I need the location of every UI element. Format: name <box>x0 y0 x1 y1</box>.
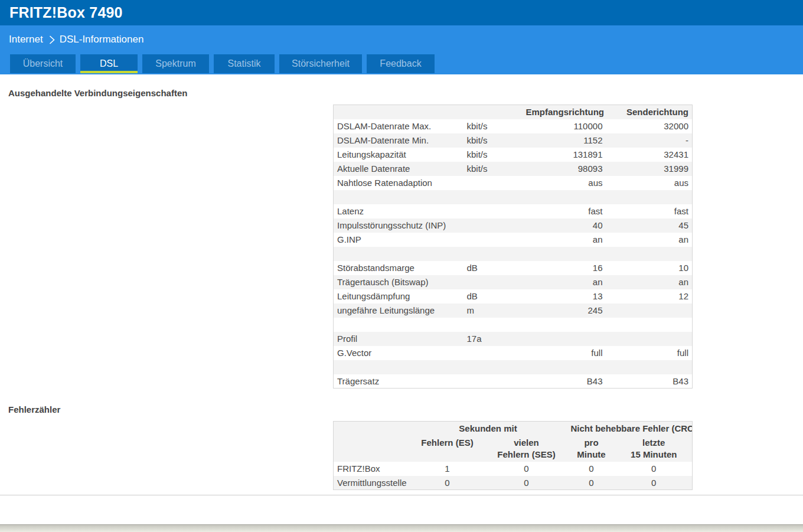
property-row: Aktuelle Datenratekbit/s9809331999 <box>334 162 693 176</box>
error-es-value: 0 <box>409 476 486 490</box>
breadcrumb-chevron-icon <box>48 35 56 45</box>
property-row: StörabstandsmargedB1610 <box>334 261 693 275</box>
property-tx-value: an <box>606 233 693 247</box>
properties-header-row: Empfangsrichtung Senderichtung <box>334 105 693 119</box>
error-header-empty <box>334 436 409 462</box>
property-tx-value: 12 <box>606 289 693 303</box>
tab-feedback[interactable]: Feedback <box>367 54 435 73</box>
properties-header-empty-1 <box>334 105 463 119</box>
error-row-label: Vermittlungsstelle <box>334 476 409 490</box>
property-tx-value: 31999 <box>606 162 693 176</box>
property-label: Trägersatz <box>334 374 463 389</box>
error-row-label: FRITZ!Box <box>334 462 409 476</box>
properties-header-rx: Empfangsrichtung <box>523 105 606 119</box>
property-label: G.INP <box>334 233 463 247</box>
property-tx-value: B43 <box>606 374 693 389</box>
property-label: DSLAM-Datenrate Max. <box>334 119 463 133</box>
footer-bar <box>0 524 803 532</box>
property-rx-value: an <box>523 233 606 247</box>
property-rx-value: an <box>523 275 606 289</box>
property-tx-value: 45 <box>606 218 693 233</box>
error-column-per-minute: pro Minute <box>567 436 616 462</box>
error-last-15-min-value: 0 <box>616 476 693 490</box>
property-rx-value: B43 <box>523 374 606 389</box>
property-unit: kbit/s <box>463 148 523 162</box>
property-row: Latenzfastfast <box>334 204 693 218</box>
error-table: Sekunden mit Nicht behebbare Fehler (CRC… <box>333 421 693 490</box>
property-label: Profil <box>334 332 463 346</box>
property-rx-value: 98093 <box>523 162 606 176</box>
property-row: LeitungsdämpfungdB1312 <box>334 289 693 303</box>
property-unit: dB <box>463 261 523 275</box>
property-row: DSLAM-Datenrate Min.kbit/s1152- <box>334 133 693 148</box>
properties-header-empty-2 <box>463 105 523 119</box>
property-rx-value: fast <box>523 204 606 218</box>
error-header-empty <box>334 422 409 436</box>
property-unit: kbit/s <box>463 119 523 133</box>
error-ses-value: 0 <box>486 476 567 490</box>
property-rx-value: 131891 <box>523 148 606 162</box>
error-per-minute-value: 0 <box>567 476 616 490</box>
tab-stoersicherheit[interactable]: Störsicherheit <box>279 54 362 73</box>
property-label: Trägertausch (Bitswap) <box>334 275 463 289</box>
error-per-minute-value: 0 <box>567 462 616 476</box>
property-tx-value: aus <box>606 176 693 190</box>
property-row: TrägersatzB43B43 <box>334 374 693 389</box>
error-column-last-15-min: letzte 15 Minuten <box>616 436 693 462</box>
property-label: Latenz <box>334 204 463 218</box>
app-title: FRITZ!Box 7490 <box>9 4 123 21</box>
property-row-spacer <box>334 318 693 332</box>
property-unit <box>463 204 523 218</box>
property-tx-value: 10 <box>606 261 693 275</box>
property-rx-value: aus <box>523 176 606 190</box>
property-row: Profil17a <box>334 332 693 346</box>
property-unit: kbit/s <box>463 162 523 176</box>
property-tx-value: fast <box>606 204 693 218</box>
property-row-spacer <box>334 190 693 204</box>
property-row: G.INPanan <box>334 233 693 247</box>
property-row: Trägertausch (Bitswap)anan <box>334 275 693 289</box>
property-tx-value <box>606 303 693 318</box>
property-row-spacer <box>334 360 693 374</box>
property-row: Nahtlose Ratenadaptionausaus <box>334 176 693 190</box>
property-unit: dB <box>463 289 523 303</box>
error-ses-value: 0 <box>486 462 567 476</box>
properties-table: Empfangsrichtung Senderichtung DSLAM-Dat… <box>333 105 693 389</box>
property-unit <box>463 176 523 190</box>
properties-header-tx: Senderichtung <box>606 105 693 119</box>
property-tx-value: an <box>606 275 693 289</box>
breadcrumb: Internet DSL-Informationen <box>9 34 143 45</box>
error-row-fritzbox: FRITZ!Box 1 0 0 0 <box>334 462 693 476</box>
error-column-ses: vielen Fehlern (SES) <box>486 436 567 462</box>
sub-bar: Internet DSL-Informationen Übersicht DSL… <box>0 25 803 74</box>
property-row: G.Vectorfullfull <box>334 346 693 360</box>
error-column-es: Fehlern (ES) <box>409 436 486 462</box>
property-label: Impulsstörungsschutz (INP) <box>334 218 463 233</box>
property-rx-value: 16 <box>523 261 606 275</box>
tab-statistik[interactable]: Statistik <box>214 54 275 73</box>
tab-spektrum[interactable]: Spektrum <box>142 54 209 73</box>
property-label: ungefähre Leitungslänge <box>334 303 463 318</box>
error-group-header-seconds: Sekunden mit <box>409 422 567 436</box>
property-label: DSLAM-Datenrate Min. <box>334 133 463 148</box>
breadcrumb-section[interactable]: Internet <box>9 34 43 45</box>
tab-dsl[interactable]: DSL <box>80 54 138 73</box>
property-rx-value: 245 <box>523 303 606 318</box>
property-tx-value: 32000 <box>606 119 693 133</box>
property-unit: 17a <box>463 332 523 346</box>
property-unit: m <box>463 303 523 318</box>
property-rx-value: 1152 <box>523 133 606 148</box>
title-bar: FRITZ!Box 7490 <box>0 0 803 25</box>
property-rx-value: 40 <box>523 218 606 233</box>
content-bottom-divider <box>0 495 803 495</box>
property-rx-value: 13 <box>523 289 606 303</box>
error-group-header-row: Sekunden mit Nicht behebbare Fehler (CRC… <box>334 422 693 436</box>
property-unit <box>463 275 523 289</box>
tab-bar: Übersicht DSL Spektrum Statistik Störsic… <box>10 54 435 73</box>
property-label: Nahtlose Ratenadaption <box>334 176 463 190</box>
property-tx-value <box>606 332 693 346</box>
tab-uebersicht[interactable]: Übersicht <box>10 54 76 73</box>
property-rx-value: 110000 <box>523 119 606 133</box>
property-tx-value: full <box>606 346 693 360</box>
property-unit <box>463 346 523 360</box>
